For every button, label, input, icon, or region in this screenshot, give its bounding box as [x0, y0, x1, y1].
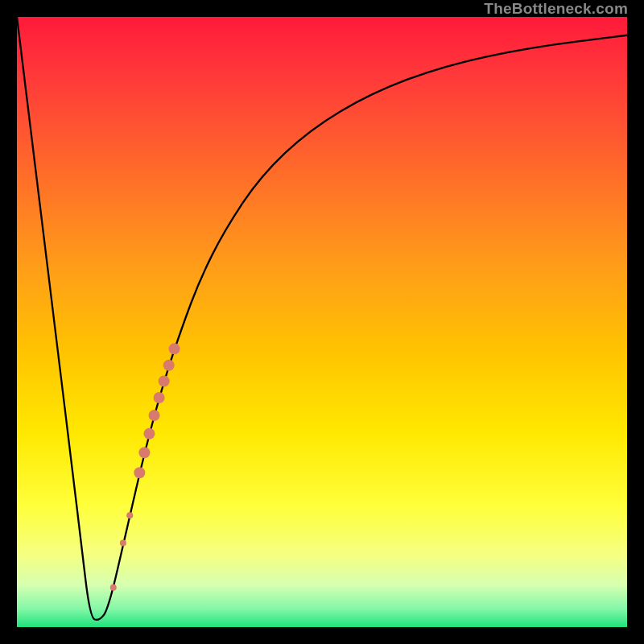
marker-dot [126, 512, 133, 518]
marker-dot [120, 539, 126, 546]
marker-dot [163, 360, 175, 371]
marker-dot [159, 376, 170, 387]
marker-dot [169, 343, 180, 354]
marker-dot [110, 584, 117, 591]
watermark-text: TheBottleneck.com [484, 0, 628, 18]
marker-dot [143, 428, 155, 440]
marker-dot [134, 467, 145, 478]
chart-svg [17, 17, 627, 627]
bottleneck-curve [17, 17, 627, 620]
marker-dot [138, 447, 150, 458]
marker-dot [149, 410, 160, 421]
frame: TheBottleneck.com [0, 0, 644, 644]
marker-dot [154, 392, 165, 403]
